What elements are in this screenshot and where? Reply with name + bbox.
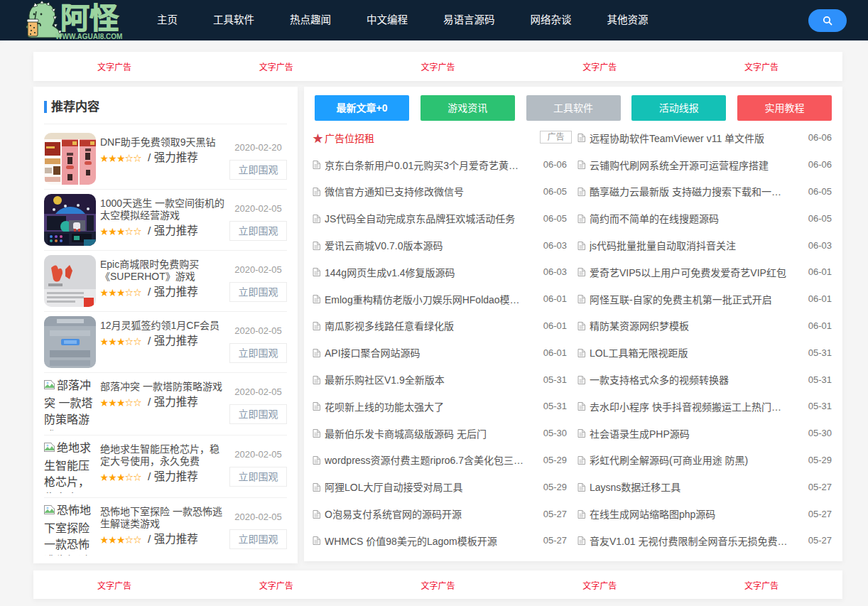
svg-text:WWW.AGUAI8.COM: WWW.AGUAI8.COM bbox=[55, 33, 122, 40]
svg-text:阿怪: 阿怪 bbox=[60, 2, 119, 35]
